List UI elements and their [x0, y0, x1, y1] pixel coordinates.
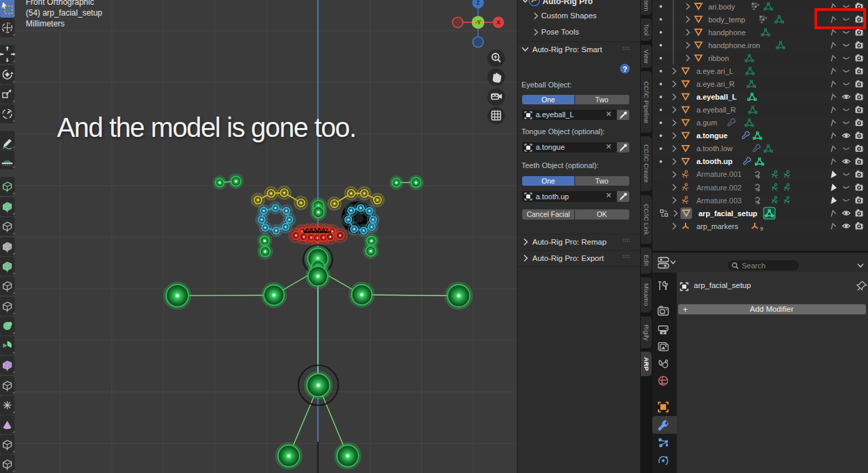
- svg-text:arp_facial_setup: arp_facial_setup: [698, 209, 757, 218]
- svg-text:Armature.002: Armature.002: [696, 184, 742, 192]
- svg-text:handphone.iron: handphone.iron: [709, 41, 760, 49]
- svg-text:Armature.003: Armature.003: [696, 197, 742, 205]
- svg-text:a.eye.ari_L: a.eye.ari_L: [696, 67, 733, 75]
- svg-text:a.tooth.low: a.tooth.low: [696, 144, 732, 152]
- svg-text:a.eye.ari_R: a.eye.ari_R: [696, 80, 734, 88]
- svg-text:arp_markers: arp_markers: [696, 222, 738, 230]
- svg-text:a.tongue: a.tongue: [696, 131, 728, 140]
- svg-text:a.tooth.up: a.tooth.up: [696, 157, 732, 165]
- svg-text:a.eyeball_L: a.eyeball_L: [696, 93, 737, 101]
- svg-text:a.gum: a.gum: [696, 119, 717, 127]
- svg-text:9: 9: [760, 226, 763, 232]
- svg-text:body_temp: body_temp: [709, 16, 745, 24]
- svg-text:a.eyeball_R: a.eyeball_R: [696, 106, 736, 114]
- svg-text:handphone: handphone: [709, 28, 746, 37]
- svg-text:ribbon: ribbon: [709, 54, 730, 62]
- svg-text:ari.body: ari.body: [709, 3, 736, 11]
- svg-text:Armature.001: Armature.001: [696, 170, 742, 178]
